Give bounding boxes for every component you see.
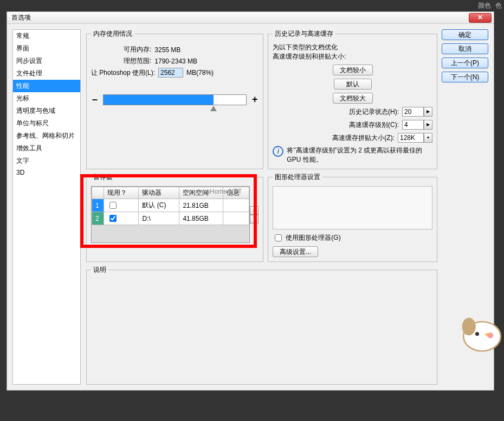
table-row[interactable]: 2D:\41.85GB [92,212,249,225]
gpu-preview [273,186,432,229]
scratch-legend: 暂存盘 [91,173,115,182]
mascot-image [455,307,504,356]
history-legend: 历史记录与高速缓存 [273,29,335,39]
sidebar-item[interactable]: 单位与标尺 [13,117,80,130]
description-legend: 说明 [91,265,108,275]
move-down-button[interactable]: ▼ [250,215,259,224]
svg-point-3 [487,333,493,339]
disk-active-checkbox[interactable] [109,215,117,222]
next-button[interactable]: 下一个(N) [442,72,488,82]
sidebar-item[interactable]: 同步设置 [13,55,80,67]
category-sidebar: 常规界面同步设置文件处理性能光标透明度与色域单位与标尺参考线、网格和切片增效工具… [12,29,81,385]
use-gpu-label: 使用图形处理器(G) [286,233,340,243]
memory-slider[interactable]: – + [91,94,259,105]
spin-up-icon[interactable]: ▶ [424,107,432,117]
move-up-button[interactable]: ▲ [250,206,259,215]
doc-small-button[interactable]: 文档较小 [333,65,373,75]
titlebar: 首选项 ✕ [7,12,494,24]
cache-level-spinner[interactable]: ▶ [402,120,432,130]
description-fieldset: 说明 [86,265,437,385]
sidebar-item[interactable]: 界面 [13,42,80,55]
ideal-value: 1790-2343 MB [154,58,197,65]
disk-active-checkbox[interactable] [109,202,117,209]
slider-thumb[interactable] [210,106,217,111]
advanced-settings-button[interactable]: 高级设置... [273,246,318,257]
cancel-button[interactable]: 取消 [442,43,488,54]
gpu-legend: 图形处理器设置 [273,173,322,182]
app-top-menu: 颜色色 [478,1,502,10]
slider-plus-icon[interactable]: + [251,94,259,105]
available-value: 3255 MB [154,46,180,54]
sidebar-item[interactable]: 透明度与色域 [13,105,80,117]
preferences-dialog: 首选项 ✕ 常规界面同步设置文件处理性能光标透明度与色域单位与标尺参考线、网格和… [7,11,494,391]
svg-point-1 [462,318,476,335]
memory-fieldset: 内存使用情况 可用内存: 3255 MB 理想范围: 1790-2343 MB … [86,29,263,169]
prev-button[interactable]: 上一个(P) [442,58,488,68]
sidebar-item[interactable]: 文件处理 [13,67,80,80]
use-gpu-checkbox[interactable] [275,234,282,241]
table-header [92,187,104,199]
history-fieldset: 历史记录与高速缓存 为以下类型的文档优化 高速缓存级别和拼贴大小: 文档较小 默… [268,29,437,169]
table-header: 现用？ [104,187,139,199]
sidebar-item[interactable]: 常规 [13,30,80,42]
let-unit: MB(78%) [186,69,214,76]
sidebar-item[interactable]: 文字 [13,155,80,167]
sidebar-item[interactable]: 参考线、网格和切片 [13,130,80,142]
slider-minus-icon[interactable]: – [91,94,99,105]
memory-legend: 内存使用情况 [91,29,134,39]
dropdown-arrow-icon[interactable]: ▾ [424,133,432,143]
history-states-label: 历史记录状态(H): [349,107,399,117]
let-label: 让 Photoshop 使用(L): [91,68,155,78]
sidebar-item[interactable]: 性能 [13,80,80,92]
doc-large-button[interactable]: 文档较大 [333,93,373,104]
svg-point-2 [475,332,479,336]
watermark: pHome.NET [206,188,242,195]
opt-text1: 为以下类型的文档优化 [273,43,432,52]
gpu-fieldset: 图形处理器设置 使用图形处理器(G) 高级设置... [268,173,437,262]
sidebar-item[interactable]: 光标 [13,92,80,105]
cache-level-label: 高速缓存级别(C): [349,120,399,130]
spin-up-icon[interactable]: ▶ [424,120,432,130]
doc-default-button[interactable]: 默认 [334,79,372,90]
table-header: 驱动器 [139,187,179,199]
opt-text2: 高速缓存级别和拼贴大小: [273,52,432,61]
cache-tile-dropdown[interactable]: ▾ [398,133,432,143]
info-icon: i [273,146,283,157]
slider-track[interactable] [103,94,247,105]
table-row[interactable]: 1默认 (C)21.81GB [92,199,249,212]
window-title: 首选项 [9,13,469,22]
scratch-fieldset: 暂存盘 pHome.NET 现用？驱动器空闲空间信息 1默认 (C)21.81G… [86,173,263,262]
cache-tip: 将"高速缓存级别"设置为 2 或更高以获得最佳的 GPU 性能。 [287,146,432,164]
ok-button[interactable]: 确定 [442,29,488,40]
ideal-label: 理想范围: [124,56,151,66]
sidebar-item[interactable]: 增效工具 [13,142,80,155]
memory-input[interactable] [158,68,183,78]
close-button[interactable]: ✕ [469,13,492,23]
available-label: 可用内存: [124,45,151,54]
history-states-spinner[interactable]: ▶ [402,107,432,117]
cache-tile-label: 高速缓存拼贴大小(Z): [332,133,395,143]
sidebar-item[interactable]: 3D [13,167,80,178]
